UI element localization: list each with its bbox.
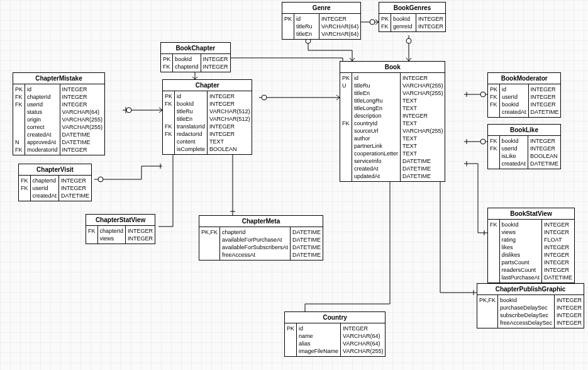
key-cell — [285, 332, 296, 340]
type-cell: DATETIME — [542, 274, 574, 281]
key-cell — [285, 347, 296, 355]
key-cell: PK — [161, 55, 172, 63]
type-cell: INTEGER — [542, 228, 574, 236]
type-cell: VARCHAR(64) — [319, 23, 360, 30]
type-cell: VARCHAR(64) — [319, 30, 360, 38]
type-cell: INTEGER — [208, 123, 252, 130]
entity-chapterstatview: ChapterStatView FK chapterIdviewsINTEGER… — [86, 214, 155, 244]
entity-bookmoderator: BookModerator PKFKFK iduserIdbookIdcreat… — [487, 72, 561, 118]
key-cell — [488, 274, 499, 281]
key-cell — [488, 152, 499, 160]
name-cell: id — [294, 15, 319, 23]
key-cell — [163, 108, 174, 115]
type-cell: INTEGER — [401, 112, 445, 120]
type-cell: INTEGER — [555, 311, 584, 319]
name-cell: id — [500, 86, 528, 93]
name-cell: status — [25, 108, 60, 116]
key-cell: PK,FK — [199, 228, 219, 236]
key-cell — [488, 228, 499, 236]
name-cell: freeAccessDelaySec — [498, 319, 554, 327]
name-cell: description — [352, 112, 400, 120]
name-cell: chapterId — [25, 93, 60, 101]
type-cell: INTEGER — [201, 55, 230, 63]
type-cell: VARCHAR(255) — [60, 123, 104, 131]
name-cell: views — [98, 235, 126, 242]
entity-body: FKFK chapterIduserIdcreatedAtINTEGERINTE… — [19, 176, 91, 201]
type-cell: VARCHAR(64) — [341, 332, 385, 340]
key-cell: FK — [161, 63, 172, 70]
key-cell — [477, 311, 497, 319]
type-cell: VARCHAR(255) — [401, 82, 445, 89]
name-cell: subscribeDelaySec — [498, 311, 554, 319]
key-cell — [282, 23, 294, 30]
entity-body: PKFKFK NFKidchapterIduserIdstatusoriginc… — [13, 84, 104, 155]
name-cell: createdAt — [31, 192, 59, 199]
key-cell: PK — [285, 325, 296, 332]
name-cell: translatorId — [175, 123, 207, 130]
key-cell — [163, 145, 174, 153]
key-cell — [199, 244, 219, 251]
name-cell: rating — [500, 236, 542, 244]
key-cell: N — [13, 138, 25, 146]
entity-body: FK chapterIdviewsINTEGERINTEGER — [86, 226, 155, 244]
entity-body: FKFK bookIduserIdisLikecreatedAtINTEGERI… — [488, 136, 560, 169]
type-cell: TEXT — [401, 97, 445, 104]
key-cell — [340, 142, 352, 150]
name-cell: createdAt — [25, 131, 60, 138]
name-cell: createdAt — [500, 108, 528, 116]
type-cell: INTEGER — [529, 86, 561, 93]
type-cell: INTEGER — [542, 244, 574, 251]
type-cell: INTEGER — [529, 93, 561, 101]
name-cell: availableForSubscribersAt — [220, 244, 290, 251]
entity-title: BookLike — [488, 125, 560, 136]
type-cell: DATETIME — [528, 160, 560, 167]
key-cell: FK — [163, 123, 174, 130]
type-cell: INTEGER — [529, 101, 561, 108]
key-cell: FK — [488, 221, 499, 228]
type-cell: DATETIME — [401, 172, 445, 180]
name-cell: isComplete — [175, 145, 207, 153]
entity-chapter: Chapter PKFK FKFK idbookIdtitleRutitleEn… — [162, 79, 252, 155]
entity-body: PKFK FKFK idbookIdtitleRutitleEntranslat… — [163, 91, 252, 154]
key-cell — [340, 104, 352, 112]
svg-point-3 — [262, 95, 267, 100]
type-cell: INTEGER — [59, 177, 91, 184]
key-cell — [13, 108, 25, 116]
key-cell — [340, 157, 352, 165]
type-cell: INTEGER — [60, 93, 104, 101]
type-cell: FLOAT — [542, 236, 574, 244]
type-cell: VARCHAR(512) — [208, 115, 252, 123]
type-cell: INTEGER — [416, 15, 445, 23]
name-cell: views — [500, 228, 542, 236]
type-cell: INTEGER — [60, 86, 104, 93]
key-cell: PK — [340, 74, 352, 82]
name-cell: titleRu — [352, 82, 400, 89]
type-cell: VARCHAR(64) — [341, 340, 385, 347]
type-cell: DATETIME — [401, 165, 445, 172]
type-cell: INTEGER — [208, 100, 252, 108]
entity-bookstatview: BookStatView FK bookIdviewsratinglikesdi… — [487, 208, 575, 283]
name-cell: lastPurchaseAt — [500, 274, 542, 281]
name-cell: cooperationLetter — [352, 150, 400, 157]
entity-body: PKFKFK iduserIdbookIdcreatedAtINTEGERINT… — [488, 84, 560, 117]
key-cell: PK — [379, 15, 391, 23]
name-cell: serviceInfo — [352, 157, 400, 165]
entity-bookgenres: BookGenres PKFKbookIdgenreIdINTEGERINTEG… — [379, 2, 446, 32]
key-cell — [19, 192, 30, 199]
name-cell: bookId — [173, 55, 201, 63]
name-cell: titleRu — [175, 108, 207, 115]
entity-title: Chapter — [163, 80, 252, 91]
name-cell: readersCount — [500, 266, 542, 274]
entity-body: PKFKbookIdchapterIdINTEGERINTEGER — [161, 54, 230, 72]
name-cell: partnerLink — [352, 142, 400, 150]
type-cell: DATETIME — [291, 244, 323, 251]
type-cell: VARCHAR(255) — [341, 347, 385, 355]
key-cell — [477, 304, 497, 311]
name-cell: chapterId — [98, 227, 126, 235]
name-cell: createdAt — [352, 165, 400, 172]
key-cell: FK — [163, 130, 174, 138]
entity-title: ChapterMeta — [199, 216, 323, 227]
type-cell: INTEGER — [528, 137, 560, 145]
name-cell: userId — [31, 184, 59, 192]
type-cell: DATETIME — [529, 108, 561, 116]
